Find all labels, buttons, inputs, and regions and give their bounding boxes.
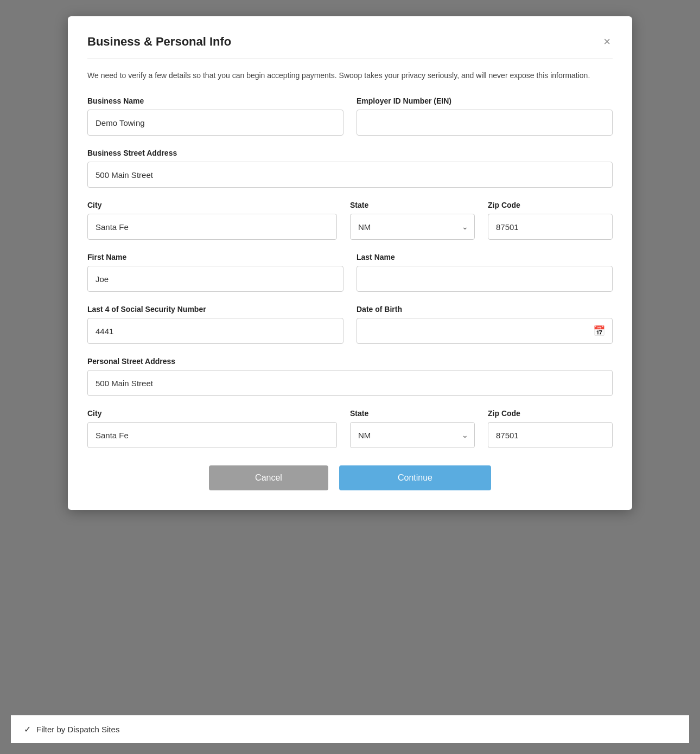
- business-name-group: Business Name: [87, 97, 343, 136]
- business-street-label: Business Street Address: [87, 149, 613, 157]
- business-city-input[interactable]: [87, 214, 337, 240]
- personal-street-group: Personal Street Address: [87, 357, 613, 396]
- business-city-group: City: [87, 201, 337, 240]
- personal-street-label: Personal Street Address: [87, 357, 613, 366]
- business-state-select-wrapper: ALAKAZARCACOCTDEFLGAHIIDILINIAKSKYLAMEMD…: [350, 214, 475, 240]
- business-name-input[interactable]: [87, 110, 343, 136]
- last-name-input[interactable]: [357, 266, 613, 292]
- filter-label: Filter by Dispatch Sites: [36, 725, 119, 734]
- business-city-label: City: [87, 201, 337, 209]
- ein-input[interactable]: [357, 110, 613, 136]
- ssn-group: Last 4 of Social Security Number: [87, 305, 343, 344]
- modal-title: Business & Personal Info: [87, 35, 231, 49]
- last-name-group: Last Name: [357, 253, 613, 292]
- personal-zip-label: Zip Code: [488, 409, 613, 418]
- personal-zip-input[interactable]: [488, 422, 613, 448]
- ssn-input[interactable]: [87, 318, 343, 344]
- last-name-label: Last Name: [357, 253, 613, 261]
- business-street-row: Business Street Address: [87, 149, 613, 188]
- dob-group: Date of Birth 📅: [357, 305, 613, 344]
- personal-street-row: Personal Street Address: [87, 357, 613, 396]
- business-street-group: Business Street Address: [87, 149, 613, 188]
- modal-description: We need to verify a few details so that …: [87, 70, 613, 81]
- modal-footer: Cancel Continue: [87, 465, 613, 490]
- personal-state-label: State: [350, 409, 475, 418]
- business-state-label: State: [350, 201, 475, 209]
- business-zip-group: Zip Code: [488, 201, 613, 240]
- ssn-dob-row: Last 4 of Social Security Number Date of…: [87, 305, 613, 344]
- modal: Business & Personal Info × We need to ve…: [68, 16, 632, 510]
- dob-input-wrapper: 📅: [357, 318, 613, 344]
- business-street-input[interactable]: [87, 162, 613, 188]
- continue-button[interactable]: Continue: [339, 465, 491, 490]
- personal-street-input[interactable]: [87, 370, 613, 396]
- business-state-select[interactable]: ALAKAZARCACOCTDEFLGAHIIDILINIAKSKYLAMEMD…: [350, 214, 475, 240]
- personal-city-state-zip-row: City State ALAKAZARCACOCTDEFLGAHIIDILINI…: [87, 409, 613, 448]
- business-ein-row: Business Name Employer ID Number (EIN): [87, 97, 613, 136]
- business-zip-input[interactable]: [488, 214, 613, 240]
- personal-city-label: City: [87, 409, 337, 418]
- ssn-label: Last 4 of Social Security Number: [87, 305, 343, 314]
- first-name-label: First Name: [87, 253, 343, 261]
- personal-city-group: City: [87, 409, 337, 448]
- personal-zip-group: Zip Code: [488, 409, 613, 448]
- cancel-button[interactable]: Cancel: [209, 465, 328, 490]
- check-icon: ✓: [24, 724, 31, 734]
- personal-state-select-wrapper: ALAKAZARCACOCTDEFLGAHIIDILINIAKSKYLAMEMD…: [350, 422, 475, 448]
- first-name-group: First Name: [87, 253, 343, 292]
- dob-label: Date of Birth: [357, 305, 613, 314]
- ein-group: Employer ID Number (EIN): [357, 97, 613, 136]
- ein-label: Employer ID Number (EIN): [357, 97, 613, 105]
- modal-header: Business & Personal Info ×: [87, 34, 613, 50]
- personal-city-input[interactable]: [87, 422, 337, 448]
- business-city-state-zip-row: City State ALAKAZARCACOCTDEFLGAHIIDILINI…: [87, 201, 613, 240]
- overlay: Business & Personal Info × We need to ve…: [11, 11, 689, 743]
- personal-state-select[interactable]: ALAKAZARCACOCTDEFLGAHIIDILINIAKSKYLAMEMD…: [350, 422, 475, 448]
- business-state-group: State ALAKAZARCACOCTDEFLGAHIIDILINIAKSKY…: [350, 201, 475, 240]
- personal-state-group: State ALAKAZARCACOCTDEFLGAHIIDILINIAKSKY…: [350, 409, 475, 448]
- business-zip-label: Zip Code: [488, 201, 613, 209]
- dob-input[interactable]: [357, 318, 613, 344]
- bottom-bar: ✓ Filter by Dispatch Sites: [11, 715, 689, 743]
- close-button[interactable]: ×: [601, 34, 613, 50]
- header-divider: [87, 59, 613, 59]
- business-name-label: Business Name: [87, 97, 343, 105]
- first-name-input[interactable]: [87, 266, 343, 292]
- name-row: First Name Last Name: [87, 253, 613, 292]
